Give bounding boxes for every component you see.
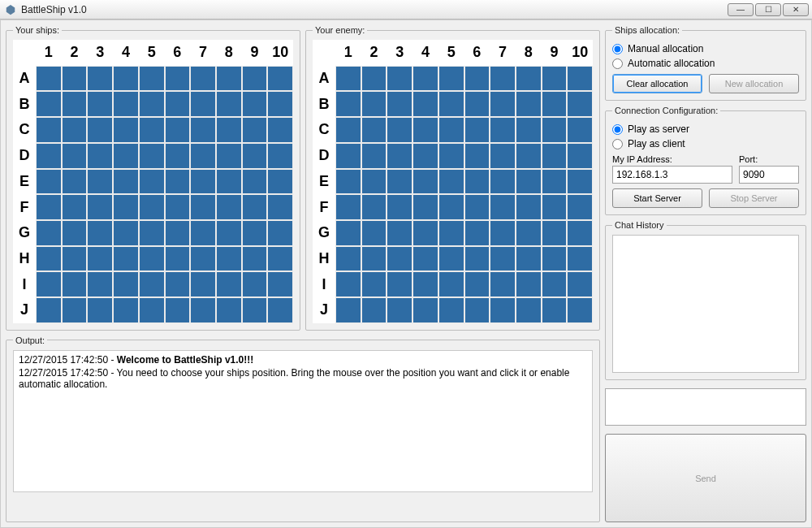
board-cell[interactable] — [490, 220, 516, 246]
board-cell[interactable] — [361, 66, 387, 92]
board-cell[interactable] — [464, 66, 490, 92]
board-cell[interactable] — [242, 297, 268, 323]
ip-field[interactable] — [612, 166, 732, 184]
board-cell[interactable] — [438, 117, 464, 143]
board-cell[interactable] — [242, 194, 268, 220]
board-cell[interactable] — [139, 246, 165, 272]
board-cell[interactable] — [361, 117, 387, 143]
board-cell[interactable] — [542, 297, 568, 323]
board-cell[interactable] — [36, 297, 62, 323]
board-cell[interactable] — [516, 246, 542, 272]
board-cell[interactable] — [267, 271, 293, 297]
board-cell[interactable] — [387, 169, 412, 195]
board-cell[interactable] — [412, 66, 438, 92]
manual-allocation-radio[interactable] — [612, 44, 623, 54]
board-cell[interactable] — [216, 91, 242, 117]
board-cell[interactable] — [87, 271, 113, 297]
board-cell[interactable] — [113, 194, 139, 220]
board-cell[interactable] — [464, 220, 490, 246]
board-cell[interactable] — [165, 66, 191, 92]
board-cell[interactable] — [242, 271, 268, 297]
board-cell[interactable] — [62, 271, 88, 297]
board-cell[interactable] — [190, 143, 216, 169]
play-client-radio-row[interactable]: Play as client — [612, 138, 799, 149]
board-cell[interactable] — [165, 91, 191, 117]
board-cell[interactable] — [113, 66, 139, 92]
board-cell[interactable] — [190, 117, 216, 143]
board-cell[interactable] — [87, 246, 113, 272]
board-cell[interactable] — [62, 117, 88, 143]
board-cell[interactable] — [62, 143, 88, 169]
send-button[interactable]: Send — [605, 434, 806, 522]
board-cell[interactable] — [464, 169, 490, 195]
board-cell[interactable] — [242, 169, 268, 195]
board-cell[interactable] — [335, 271, 361, 297]
board-cell[interactable] — [62, 169, 88, 195]
board-cell[interactable] — [542, 194, 568, 220]
board-cell[interactable] — [87, 91, 113, 117]
board-cell[interactable] — [490, 66, 516, 92]
board-cell[interactable] — [335, 169, 361, 195]
board-cell[interactable] — [242, 91, 268, 117]
board-cell[interactable] — [516, 143, 542, 169]
board-cell[interactable] — [412, 117, 438, 143]
board-cell[interactable] — [36, 143, 62, 169]
board-cell[interactable] — [87, 169, 113, 195]
board-cell[interactable] — [516, 66, 542, 92]
board-cell[interactable] — [490, 143, 516, 169]
board-cell[interactable] — [567, 194, 593, 220]
board-cell[interactable] — [464, 271, 490, 297]
board-cell[interactable] — [567, 143, 593, 169]
board-cell[interactable] — [387, 246, 412, 272]
board-cell[interactable] — [36, 220, 62, 246]
board-cell[interactable] — [113, 271, 139, 297]
board-cell[interactable] — [113, 297, 139, 323]
board-cell[interactable] — [412, 297, 438, 323]
board-cell[interactable] — [438, 297, 464, 323]
board-cell[interactable] — [516, 297, 542, 323]
chat-input[interactable] — [605, 388, 806, 426]
board-cell[interactable] — [335, 66, 361, 92]
board-cell[interactable] — [165, 169, 191, 195]
board-cell[interactable] — [267, 66, 293, 92]
board-cell[interactable] — [361, 246, 387, 272]
board-cell[interactable] — [361, 143, 387, 169]
board-cell[interactable] — [516, 194, 542, 220]
board-cell[interactable] — [387, 91, 412, 117]
board-cell[interactable] — [542, 66, 568, 92]
board-cell[interactable] — [567, 91, 593, 117]
board-cell[interactable] — [139, 271, 165, 297]
play-server-radio[interactable] — [612, 124, 623, 135]
board-cell[interactable] — [361, 194, 387, 220]
board-cell[interactable] — [242, 246, 268, 272]
board-cell[interactable] — [216, 297, 242, 323]
board-cell[interactable] — [36, 169, 62, 195]
board-cell[interactable] — [412, 91, 438, 117]
board-cell[interactable] — [165, 297, 191, 323]
automatic-allocation-radio[interactable] — [612, 58, 623, 69]
board-cell[interactable] — [62, 246, 88, 272]
board-cell[interactable] — [216, 66, 242, 92]
board-cell[interactable] — [216, 117, 242, 143]
board-cell[interactable] — [36, 246, 62, 272]
board-cell[interactable] — [242, 117, 268, 143]
board-cell[interactable] — [216, 246, 242, 272]
play-client-radio[interactable] — [612, 139, 623, 149]
manual-allocation-radio-row[interactable]: Manual allocation — [612, 43, 799, 54]
board-cell[interactable] — [542, 246, 568, 272]
board-cell[interactable] — [139, 169, 165, 195]
minimize-button[interactable]: — — [728, 3, 754, 16]
board-cell[interactable] — [361, 169, 387, 195]
board-cell[interactable] — [335, 246, 361, 272]
board-cell[interactable] — [464, 143, 490, 169]
board-cell[interactable] — [139, 297, 165, 323]
port-field[interactable] — [739, 166, 799, 184]
board-cell[interactable] — [387, 143, 412, 169]
board-cell[interactable] — [267, 169, 293, 195]
board-cell[interactable] — [438, 66, 464, 92]
board-cell[interactable] — [387, 271, 412, 297]
board-cell[interactable] — [335, 143, 361, 169]
board-cell[interactable] — [516, 117, 542, 143]
board-cell[interactable] — [113, 246, 139, 272]
board-cell[interactable] — [242, 66, 268, 92]
